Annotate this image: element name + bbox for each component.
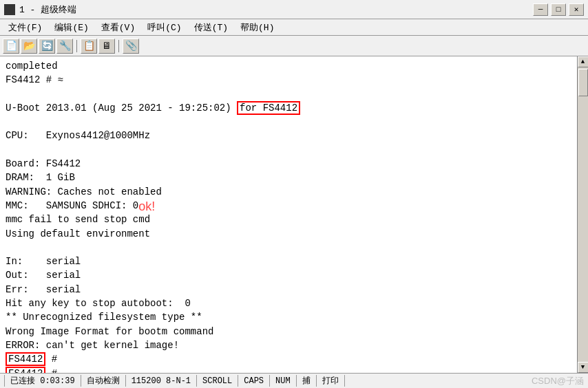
scrollbar[interactable]: ▲ ▼: [577, 56, 588, 373]
app-icon: [4, 4, 15, 15]
terminal-line-10: MMC: SAMSUNG SDHCI: 0 ok!: [6, 199, 571, 213]
toolbar-properties[interactable]: 🔄: [39, 39, 55, 54]
menu-view[interactable]: 查看(V): [96, 20, 140, 35]
terminal-line-16: Err: serial: [6, 283, 571, 297]
status-bar: 已连接 0:03:39 自动检测 115200 8-N-1 SCROLL CAP…: [0, 373, 588, 388]
terminal-line-12: Using default environment: [6, 227, 571, 241]
terminal-line-22: FS4412 #: [6, 367, 571, 373]
terminal-line-0: completed: [6, 59, 571, 73]
terminal-line-20: ERROR: can't get kernel image!: [6, 338, 571, 352]
menu-file[interactable]: 文件(F): [3, 20, 48, 35]
annotation-for-box: for FS4412: [237, 101, 300, 115]
scroll-down-button[interactable]: ▼: [578, 362, 589, 373]
status-caps: CAPS: [238, 375, 270, 387]
toolbar-separator: [76, 40, 77, 52]
terminal-wrapper: completed FS4412 # ≈ U-Boot 2013.01 (Aug…: [0, 56, 588, 373]
menu-edit[interactable]: 编辑(E): [49, 20, 94, 35]
toolbar-new[interactable]: 📄: [3, 39, 19, 54]
status-num: NUM: [270, 375, 297, 387]
scroll-up-button[interactable]: ▲: [578, 56, 589, 67]
toolbar: 📄 📂 🔄 🔧 📋 🖥 📎: [0, 36, 588, 56]
window-title: 1 - 超级终端: [19, 3, 76, 16]
window-controls: ─ □ ✕: [533, 3, 584, 16]
terminal-line-11: mmc fail to send stop cmd: [6, 213, 571, 226]
terminal-line-3: U-Boot 2013.01 (Aug 25 2021 - 19:25:02) …: [6, 101, 571, 115]
terminal-line-21: FS4412 #: [6, 352, 571, 366]
status-autodetect: 自动检测: [81, 375, 126, 387]
toolbar-paste[interactable]: 🖥: [98, 39, 115, 54]
watermark: CSDN@子涵: [532, 375, 584, 387]
toolbar-separator2: [118, 40, 119, 52]
terminal-line-7: Board: FS4412: [6, 157, 571, 171]
menu-bar: 文件(F) 编辑(E) 查看(V) 呼叫(C) 传送(T) 帮助(H): [0, 19, 588, 36]
terminal-line-blank1: [6, 87, 571, 101]
annotation-ok: ok!: [138, 197, 155, 215]
terminal-line-8: DRAM: 1 GiB: [6, 171, 571, 184]
terminal-line-14: In: serial: [6, 255, 571, 268]
terminal-line-blank2: [6, 115, 571, 129]
terminal-line-9: WARNING: Caches not enabled: [6, 185, 571, 199]
scroll-track[interactable]: [578, 67, 588, 362]
toolbar-open[interactable]: 📂: [21, 39, 37, 54]
toolbar-extra[interactable]: 📎: [123, 39, 139, 54]
terminal-line-5: CPU: Exynos4412@1000MHz: [6, 129, 571, 142]
terminal-line-1: FS4412 # ≈: [6, 73, 571, 87]
terminal-line-18: ** Unrecognized filesystem type **: [6, 310, 571, 324]
scroll-thumb[interactable]: [578, 69, 588, 96]
title-bar: 1 - 超级终端 ─ □ ✕: [0, 0, 588, 19]
toolbar-settings[interactable]: 🔧: [56, 39, 73, 54]
minimize-button[interactable]: ─: [533, 3, 548, 16]
status-connected: 已连接 0:03:39: [4, 375, 81, 387]
prompt-box-1: FS4412: [6, 352, 45, 366]
menu-help[interactable]: 帮助(H): [235, 20, 280, 35]
menu-call[interactable]: 呼叫(C): [142, 20, 187, 35]
terminal-line-15: Out: serial: [6, 268, 571, 282]
menu-transfer[interactable]: 传送(T): [189, 20, 233, 35]
terminal-line-blank3: [6, 143, 571, 157]
terminal-line-19: Wrong Image Format for bootm command: [6, 325, 571, 338]
prompt-box-2: FS4412: [6, 367, 45, 373]
terminal-line-blank4: [6, 241, 571, 255]
toolbar-copy[interactable]: 📋: [81, 39, 97, 54]
status-scroll: SCROLL: [197, 375, 238, 387]
maximize-button[interactable]: □: [551, 3, 566, 16]
close-button[interactable]: ✕: [569, 3, 584, 16]
title-left: 1 - 超级终端: [4, 3, 76, 16]
status-capture: 捕: [297, 375, 317, 387]
terminal-content[interactable]: completed FS4412 # ≈ U-Boot 2013.01 (Aug…: [0, 56, 577, 373]
terminal-line-17: Hit any key to stop autoboot: 0: [6, 297, 571, 310]
status-baud: 115200 8-N-1: [126, 375, 197, 387]
status-print: 打印: [317, 375, 345, 387]
